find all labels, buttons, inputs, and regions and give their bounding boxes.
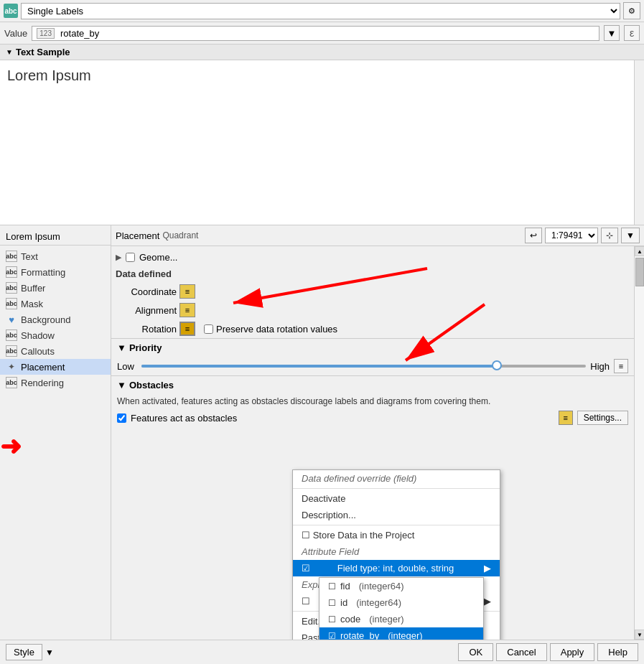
value-field-text: rotate_by xyxy=(60,28,99,39)
settings-button-obstacles[interactable]: Settings... xyxy=(577,411,628,425)
sidebar-item-callouts[interactable]: abc Callouts xyxy=(0,343,111,359)
field-type-arrow: ▶ xyxy=(484,563,491,574)
lorem-ipsum-small: Lorem Ipsum xyxy=(0,228,111,246)
sidebar-formatting-label: Formatting xyxy=(21,267,65,278)
obstacles-row: Features act as obstacles ≡ Settings... xyxy=(111,408,634,427)
scale-select[interactable]: 1:79491 xyxy=(545,228,598,243)
rotate-by-type: (integer) xyxy=(388,630,422,640)
obstacles-header: ▼ Obstacles xyxy=(111,375,634,394)
priority-collapse[interactable]: ▼ xyxy=(117,342,126,353)
style-button[interactable]: Style xyxy=(6,644,42,660)
geometry-expand[interactable]: ▶ xyxy=(116,253,121,262)
background-icon: ♥ xyxy=(6,314,17,325)
sidebar-item-background[interactable]: ♥ Background xyxy=(0,312,111,327)
undo-button[interactable]: ↩ xyxy=(525,228,542,243)
data-defined-header: Data defined xyxy=(111,266,634,282)
slider-thumb[interactable] xyxy=(492,360,502,370)
sidebar-item-shadow[interactable]: abc Shadow xyxy=(0,327,111,343)
apply-button[interactable]: Apply xyxy=(550,643,595,661)
geometry-label: Geome... xyxy=(139,252,177,263)
divider-2 xyxy=(293,525,500,525)
sidebar-callouts-label: Callouts xyxy=(21,346,55,357)
coordinate-field-button[interactable]: ≡ xyxy=(179,284,195,299)
obstacles-collapse[interactable]: ▼ xyxy=(117,380,126,391)
value-label: Value xyxy=(4,28,27,39)
scroll-down-button[interactable]: ▼ xyxy=(635,630,644,640)
sidebar-item-buffer[interactable]: abc Buffer xyxy=(0,280,111,296)
settings-button[interactable]: ⚙ xyxy=(623,2,640,19)
context-deactivate[interactable]: Deactivate xyxy=(293,490,500,507)
right-scrollbar[interactable]: ▲ ▼ xyxy=(634,246,644,640)
text-sample-label: Text Sample xyxy=(16,47,70,57)
obstacles-label: Obstacles xyxy=(129,380,174,391)
sidebar-buffer-label: Buffer xyxy=(21,283,45,294)
obstacles-checkbox[interactable] xyxy=(117,413,126,423)
coordinate-row: Coordinate ≡ xyxy=(111,282,634,301)
value-dropdown-button[interactable]: ▼ xyxy=(604,25,620,41)
high-label: High xyxy=(590,361,610,372)
bottom-buttons-bar: Style ▼ OK Cancel Apply Help xyxy=(0,640,644,664)
callouts-icon: abc xyxy=(6,345,17,357)
sidebar-item-mask[interactable]: abc Mask xyxy=(0,296,111,312)
sidebar-background-label: Background xyxy=(21,314,70,325)
obstacles-field-button[interactable]: ≡ xyxy=(559,411,573,425)
rotation-label: Rotation xyxy=(116,324,177,335)
label-type-select[interactable]: Single Labels xyxy=(21,3,620,19)
slider-row: Low High ≡ xyxy=(111,357,634,375)
text-sample-scrollbar[interactable] xyxy=(634,60,644,225)
style-dropdown[interactable]: ▼ xyxy=(45,647,54,658)
context-store-project[interactable]: ☐ Store Data in the Project xyxy=(293,527,500,543)
sidebar-item-text[interactable]: abc Text xyxy=(0,248,111,264)
scroll-track[interactable] xyxy=(635,256,644,630)
sidebar-mask-label: Mask xyxy=(21,299,43,309)
field-type-label: Field type: int, double, string xyxy=(337,563,454,574)
more-button[interactable]: ▼ xyxy=(621,228,640,243)
priority-label: Priority xyxy=(129,342,162,353)
ok-button[interactable]: OK xyxy=(458,643,493,661)
id-type: (integer64) xyxy=(356,597,401,608)
sidebar-item-formatting[interactable]: abc Formatting xyxy=(0,264,111,280)
red-arrow-right: ➜ xyxy=(0,434,22,459)
buffer-icon: abc xyxy=(6,282,17,294)
low-label: Low xyxy=(117,361,137,372)
submenu-id[interactable]: ☐ id (integer64) xyxy=(319,594,483,611)
pointer-button[interactable]: ⊹ xyxy=(601,228,618,243)
main-content: Placement Quadrant ↩ 1:79491 ⊹ ▼ ▶ Geome xyxy=(111,225,644,640)
variable-arrow: ▶ xyxy=(484,596,491,607)
sidebar-placement-label: Placement xyxy=(21,362,65,373)
help-button[interactable]: Help xyxy=(597,643,638,661)
obstacles-features-label: Features act as obstacles xyxy=(131,413,237,424)
rotation-row: Rotation ≡ Preserve data rotation values xyxy=(111,319,634,338)
submenu-code[interactable]: ☐ code (integer) xyxy=(319,611,483,627)
rotate-by-label: rotate_by xyxy=(340,630,379,640)
store-check: ☐ xyxy=(302,530,313,541)
code-type: (integer) xyxy=(369,614,403,625)
sidebar-item-placement[interactable]: ✦ Placement xyxy=(0,359,111,375)
expression-button[interactable]: ε xyxy=(624,25,640,41)
rotation-field-button[interactable]: ≡ xyxy=(179,322,195,336)
slider-track[interactable] xyxy=(141,365,586,368)
bottom-section: Lorem Ipsum abc Text abc Formatting abc … xyxy=(0,225,644,640)
alignment-field-button[interactable]: ≡ xyxy=(179,303,195,317)
geometry-checkbox[interactable] xyxy=(126,253,135,262)
priority-header: ▼ Priority xyxy=(111,338,634,357)
collapse-arrow[interactable]: ▼ xyxy=(6,48,13,56)
context-description[interactable]: Description... xyxy=(293,507,500,523)
scroll-up-button[interactable]: ▲ xyxy=(635,246,644,256)
rotate-by-check: ☑ xyxy=(328,631,336,640)
slider-fill xyxy=(141,365,497,368)
code-check: ☐ xyxy=(328,614,336,625)
store-label: Store Data in the Project xyxy=(313,530,415,541)
toolbar-row: Placement Quadrant ↩ 1:79491 ⊹ ▼ xyxy=(111,225,644,246)
value-input[interactable]: 123 rotate_by xyxy=(32,26,599,41)
submenu-fid[interactable]: ☐ fid (integer64) xyxy=(319,578,483,594)
id-label: id xyxy=(340,597,347,608)
preserve-rotation-checkbox[interactable] xyxy=(204,324,213,334)
scroll-thumb[interactable] xyxy=(635,258,644,286)
context-field-type[interactable]: ☑ Field type: int, double, string▶ xyxy=(293,560,500,576)
submenu-rotate-by[interactable]: ☑ rotate_by (integer) xyxy=(319,627,483,640)
sidebar-item-rendering[interactable]: abc Rendering xyxy=(0,375,111,391)
cancel-button[interactable]: Cancel xyxy=(496,643,546,661)
alignment-row: Alignment ≡ xyxy=(111,301,634,319)
priority-settings-button[interactable]: ≡ xyxy=(614,359,628,373)
